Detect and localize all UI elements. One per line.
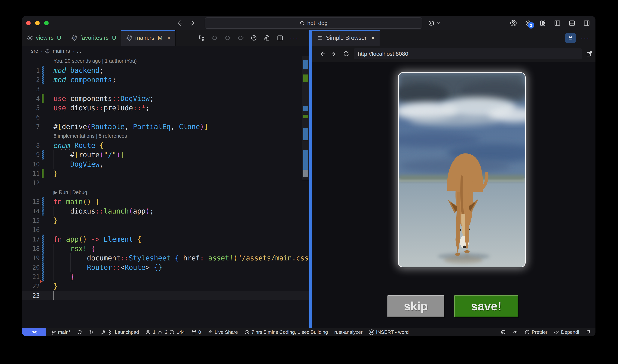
dog-photo-image: [399, 73, 525, 267]
rust-file-icon: [71, 35, 78, 41]
breadcrumb[interactable]: src › main.rs › ...: [22, 46, 309, 56]
browser-reload-icon[interactable]: [343, 51, 350, 57]
split-editor-icon[interactable]: [277, 35, 283, 41]
open-external-icon[interactable]: [586, 51, 593, 57]
toggle-secondary-sidebar-icon[interactable]: [583, 20, 590, 27]
clock-icon: [244, 329, 250, 335]
tab-label: view.rs: [36, 35, 54, 41]
time-tracker-item[interactable]: 7 hrs 5 mins Coding, 1 sec Building: [244, 329, 328, 335]
git-sync-item[interactable]: [77, 329, 82, 335]
status-bar: >< main* Launchpad 1 2 144 0: [22, 328, 595, 336]
broadcast-icon: [191, 329, 197, 335]
copilot-icon: [500, 329, 506, 335]
problems-item[interactable]: 1 2 144: [145, 329, 185, 335]
close-window-button[interactable]: [26, 21, 31, 25]
history-back-button[interactable]: [176, 20, 183, 27]
errors-icon: [145, 329, 151, 335]
customize-layout-icon[interactable]: [539, 20, 546, 27]
nav-next-change-icon[interactable]: [237, 35, 244, 41]
tab-simple-browser[interactable]: Simple Browser ×: [312, 30, 380, 46]
tab-main-rs[interactable]: main.rs M ×: [121, 30, 175, 46]
focus-lock-toggle[interactable]: [565, 33, 576, 43]
change-circle-icon: [224, 35, 231, 41]
url-input[interactable]: http://localhost:8080: [354, 48, 582, 59]
tab-git-flag: M: [158, 35, 163, 41]
timeline-icon[interactable]: [250, 35, 257, 41]
history-forward-button[interactable]: [189, 20, 197, 27]
minimize-window-button[interactable]: [35, 21, 39, 25]
breadcrumb-separator: ›: [40, 48, 42, 54]
close-tab-icon[interactable]: ×: [167, 35, 171, 41]
dna-icon: [107, 329, 113, 335]
prettier-item[interactable]: Prettier: [525, 329, 547, 335]
editor-split-sash[interactable]: [309, 30, 312, 328]
tab-label: main.rs: [135, 35, 154, 41]
launchpad-item[interactable]: Launchpad: [100, 329, 139, 335]
tab-label: favorites.rs: [80, 35, 109, 41]
simple-browser-pane: Simple Browser × ··· http://local: [312, 30, 595, 328]
remote-indicator[interactable]: ><: [22, 328, 46, 336]
ruler-divider: [302, 180, 309, 180]
breadcrumb-separator: ›: [73, 48, 74, 54]
zoom-window-button[interactable]: [44, 21, 49, 25]
vscode-window: hot_dog 2: [22, 16, 595, 336]
tab-git-flag: U: [112, 35, 116, 41]
sync-icon: [77, 329, 82, 335]
settings-badge: 2: [528, 22, 534, 28]
more-actions-icon[interactable]: ···: [290, 36, 299, 39]
settings-gear-icon[interactable]: 2: [525, 20, 532, 27]
code-editor[interactable]: You, 20 seconds ago | 1 author (You)1mod…: [22, 56, 309, 328]
rust-file-icon: [126, 35, 132, 41]
tab-favorites-rs[interactable]: favorites.rs U: [66, 30, 121, 46]
browser-forward-icon[interactable]: [331, 51, 338, 57]
share-icon: [208, 329, 213, 335]
notifications-item[interactable]: [586, 329, 591, 335]
ports-item[interactable]: 0: [191, 329, 201, 335]
desktop: hot_dog 2: [0, 0, 618, 364]
rocket-icon: [100, 329, 106, 335]
save-button[interactable]: save!: [454, 295, 518, 317]
open-changes-icon[interactable]: [198, 35, 205, 41]
breadcrumb-symbol[interactable]: ...: [77, 48, 81, 54]
simple-browser-icon: [317, 35, 323, 41]
git-compare-item[interactable]: [89, 329, 94, 335]
breadcrumb-file[interactable]: main.rs: [53, 48, 70, 54]
copilot-icon: [427, 19, 435, 27]
editor-group: view.rs U favorites.rs U main.rs M ×: [22, 30, 309, 328]
search-value: hot_dog: [307, 20, 328, 26]
close-tab-icon[interactable]: ×: [371, 35, 375, 41]
overview-ruler[interactable]: [302, 56, 309, 328]
vim-mode-item[interactable]: M INSERT - word: [369, 329, 409, 335]
toggle-panel-icon[interactable]: [568, 20, 576, 27]
info-icon: [169, 329, 175, 335]
eye-arc-icon: [513, 329, 518, 335]
command-center-search[interactable]: hot_dog: [205, 17, 422, 29]
tab-label: Simple Browser: [326, 35, 367, 41]
copilot-menu-button[interactable]: [427, 16, 441, 30]
rust-file-icon: [45, 48, 50, 54]
compare-icon: [89, 329, 94, 335]
toggle-primary-sidebar-icon[interactable]: [554, 20, 561, 27]
more-actions-icon[interactable]: ···: [581, 36, 590, 39]
url-value: http://localhost:8080: [358, 51, 408, 57]
double-check-icon: [554, 329, 559, 335]
copilot-status-item[interactable]: [500, 329, 506, 335]
lsp-item[interactable]: rust-analyzer: [334, 329, 363, 335]
skip-button[interactable]: skip: [387, 295, 444, 317]
editor-tab-bar: view.rs U favorites.rs U main.rs M ×: [22, 30, 309, 46]
nav-previous-change-icon[interactable]: [211, 35, 218, 41]
dependi-item[interactable]: Dependi: [554, 329, 579, 335]
tab-view-rs[interactable]: view.rs U: [22, 30, 66, 46]
account-icon[interactable]: [510, 20, 517, 27]
tab-git-flag: U: [57, 35, 61, 41]
slash-circle-icon: [525, 329, 530, 335]
git-branch-item[interactable]: main*: [51, 329, 70, 335]
live-share-item[interactable]: Live Share: [208, 329, 238, 335]
lock-icon: [567, 35, 574, 41]
browser-back-icon[interactable]: [319, 51, 326, 57]
screencast-item[interactable]: [513, 329, 518, 335]
lock-file-icon[interactable]: [263, 35, 270, 41]
chevron-down-icon: [436, 21, 441, 25]
breadcrumb-folder[interactable]: src: [31, 48, 38, 54]
rust-file-icon: [27, 35, 33, 41]
